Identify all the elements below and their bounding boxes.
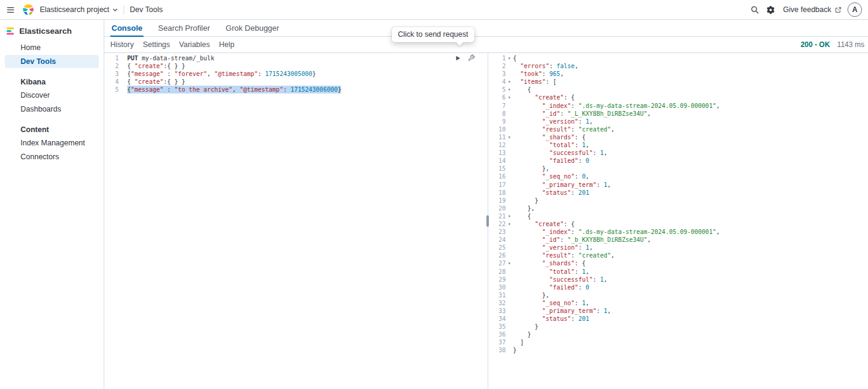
nav-menu-icon[interactable] (2, 2, 18, 17)
code-text: }, (513, 291, 549, 299)
fold-gutter (506, 181, 513, 189)
response-code-line[interactable]: 25 "_version": 1, (490, 244, 868, 251)
tab-search-profiler[interactable]: Search Profiler (157, 20, 211, 37)
request-code-line[interactable]: 3{"message" : "forever", "@timestamp": 1… (104, 70, 485, 78)
fold-gutter (506, 307, 513, 315)
line-number: 1 (490, 54, 506, 62)
line-number: 5 (490, 86, 506, 93)
fold-gutter (506, 323, 513, 330)
fold-caret-icon[interactable]: ▾ (506, 93, 513, 101)
response-code-line[interactable]: 35 } (490, 323, 868, 330)
give-feedback-button[interactable]: Give feedback (783, 5, 841, 14)
fold-caret-icon[interactable]: ▾ (506, 54, 513, 62)
response-code-line[interactable]: 17 "_primary_term": 1, (490, 181, 868, 189)
response-code-line[interactable]: 12 "total": 1, (490, 141, 868, 149)
response-code-line[interactable]: 1▾{ (490, 54, 868, 62)
user-avatar[interactable]: A (848, 2, 862, 17)
help-link[interactable]: Help (219, 40, 234, 49)
response-code-line[interactable]: 37 ] (490, 338, 868, 346)
response-viewer[interactable]: 1▾{2 "errors": false,3 "took": 965,4▾ "i… (490, 53, 868, 389)
fold-caret-icon[interactable]: ▾ (506, 78, 513, 86)
request-editor[interactable]: 1PUT my-data-stream/_bulk2{ "create":{ }… (104, 53, 485, 389)
sidebar-item-home[interactable]: Home (5, 41, 99, 54)
response-code-line[interactable]: 6▾ "create": { (490, 93, 868, 101)
request-code-line[interactable]: 2{ "create":{ } } (104, 62, 485, 70)
search-icon[interactable] (747, 2, 763, 17)
settings-link[interactable]: Settings (143, 40, 170, 49)
tab-console[interactable]: Console (110, 20, 143, 37)
tab-grok-debugger[interactable]: Grok Debugger (224, 20, 280, 37)
response-code-line[interactable]: 5▾ { (490, 86, 868, 93)
response-code-line[interactable]: 31 }, (490, 291, 868, 299)
response-code-line[interactable]: 13 "successful": 1, (490, 149, 868, 157)
sidebar-item-index-management[interactable]: Index Management (5, 136, 99, 150)
fold-caret-icon[interactable]: ▾ (506, 220, 513, 228)
send-request-button[interactable] (453, 54, 462, 62)
sidebar-section-kibana[interactable]: Kibana (0, 76, 104, 88)
request-code-line[interactable]: 5{"message" : "to the archive", "@timest… (104, 86, 485, 93)
fold-caret-icon[interactable]: ▾ (506, 259, 513, 267)
response-code-line[interactable]: 36 } (490, 330, 868, 338)
body-row: Elasticsearch Home Dev Tools Kibana Disc… (0, 20, 868, 389)
request-code-line[interactable]: 4{ "create":{ } } (104, 78, 485, 86)
response-code-line[interactable]: 8 "_id": "_L_KXY8Bh_DiRBZse34U", (490, 110, 868, 118)
response-code-line[interactable]: 34 "status": 201 (490, 315, 868, 323)
response-code-line[interactable]: 2 "errors": false, (490, 62, 868, 70)
response-code-line[interactable]: 3 "took": 965, (490, 70, 868, 78)
response-code-line[interactable]: 4▾ "items": [ (490, 78, 868, 86)
code-text: "errors": false, (513, 62, 578, 70)
response-code-line[interactable]: 26 "result": "created", (490, 251, 868, 259)
response-code-line[interactable]: 28 "total": 1, (490, 268, 868, 276)
request-code-line[interactable]: 1PUT my-data-stream/_bulk (104, 54, 485, 62)
response-code-line[interactable]: 38} (490, 346, 868, 354)
request-code-lines: 1PUT my-data-stream/_bulk2{ "create":{ }… (104, 53, 485, 93)
line-number: 35 (490, 323, 506, 330)
request-options-wrench-icon[interactable] (467, 54, 476, 62)
side-nav-title: Elasticsearch (19, 27, 72, 36)
response-code-line[interactable]: 21▾ { (490, 212, 868, 220)
breadcrumb-project-selector[interactable]: Elasticsearch project (40, 5, 118, 14)
response-code-line[interactable]: 7 "_index": ".ds-my-data-stream-2024.05.… (490, 102, 868, 110)
response-code-line[interactable]: 33 "_primary_term": 1, (490, 307, 868, 315)
sidebar-section-content[interactable]: Content (0, 124, 104, 136)
response-code-line[interactable]: 18 "status": 201 (490, 189, 868, 197)
response-code-line[interactable]: 15 }, (490, 165, 868, 172)
sidebar-item-dev-tools[interactable]: Dev Tools (5, 55, 99, 68)
response-code-line[interactable]: 14 "failed": 0 (490, 157, 868, 165)
response-code-line[interactable]: 24 "_id": "_b_KXY8Bh_DiRBZse34U", (490, 236, 868, 244)
variables-link[interactable]: Variables (179, 40, 210, 49)
response-meta: 200 - OK 1143 ms (800, 40, 866, 49)
elastic-logo-icon[interactable] (22, 3, 35, 16)
fold-caret-icon[interactable]: ▾ (506, 212, 513, 220)
fold-caret-icon[interactable]: ▾ (506, 86, 513, 93)
response-code-line[interactable]: 20 }, (490, 204, 868, 212)
response-code-line[interactable]: 29 "successful": 1, (490, 276, 868, 283)
sidebar-item-dashboards[interactable]: Dashboards (5, 103, 99, 116)
history-link[interactable]: History (110, 40, 134, 49)
response-code-line[interactable]: 19 } (490, 197, 868, 204)
code-text: {"message" : "to the archive", "@timesta… (127, 86, 341, 93)
header-left: Elasticsearch project Dev Tools (2, 2, 163, 17)
code-text: } (513, 323, 538, 330)
response-code-line[interactable]: 16 "_seq_no": 0, (490, 172, 868, 180)
response-code-line[interactable]: 27▾ "_shards": { (490, 259, 868, 267)
response-code-line[interactable]: 30 "failed": 0 (490, 283, 868, 291)
response-code-line[interactable]: 22▾ "create": { (490, 220, 868, 228)
response-code-line[interactable]: 32 "_seq_no": 1, (490, 299, 868, 307)
line-number: 27 (490, 259, 506, 267)
response-code-line[interactable]: 10 "result": "created", (490, 125, 868, 133)
fold-caret-icon[interactable]: ▾ (506, 133, 513, 141)
sidebar-item-connectors[interactable]: Connectors (5, 150, 99, 163)
console-split-panel: 1PUT my-data-stream/_bulk2{ "create":{ }… (104, 53, 868, 389)
response-code-line[interactable]: 9 "_version": 1, (490, 118, 868, 125)
sidebar-item-discover[interactable]: Discover (5, 89, 99, 102)
fold-gutter (506, 157, 513, 165)
console-toolbar: History Settings Variables Help 200 - OK… (104, 37, 868, 53)
settings-icon[interactable] (763, 2, 778, 17)
fold-gutter (506, 102, 513, 110)
response-code-line[interactable]: 23 "_index": ".ds-my-data-stream-2024.05… (490, 228, 868, 236)
pane-resizer[interactable] (485, 53, 490, 389)
response-code-line[interactable]: 11▾ "_shards": { (490, 133, 868, 141)
line-number: 4 (490, 78, 506, 86)
code-text: { (513, 212, 531, 220)
